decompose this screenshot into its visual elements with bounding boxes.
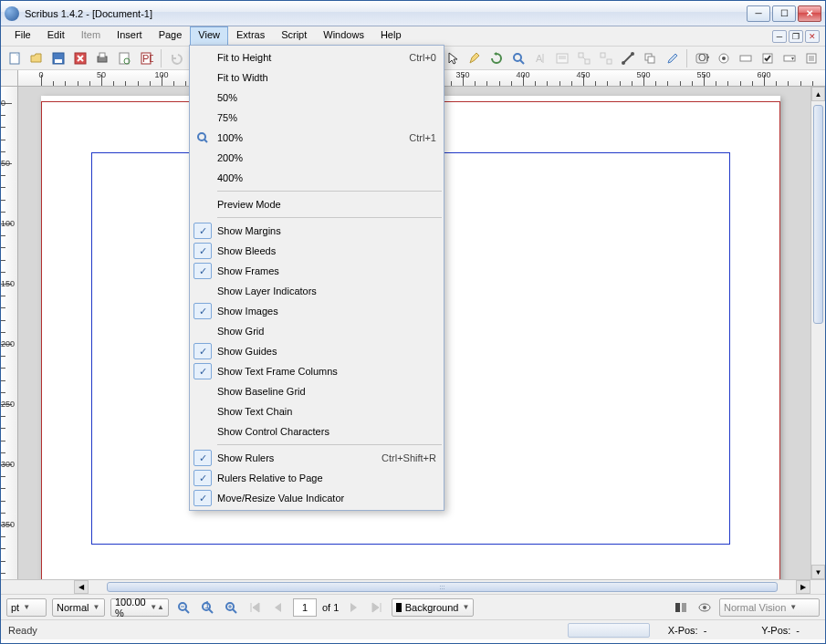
menu-fit-height[interactable]: Fit to HeightCtrl+0: [190, 47, 444, 68]
menu-separator: [217, 217, 442, 218]
menu-show-images[interactable]: ✓Show Images: [190, 301, 444, 321]
menu-zoom-50[interactable]: 50%: [190, 88, 444, 108]
first-page-icon[interactable]: [246, 598, 264, 617]
ruler-origin[interactable]: [1, 70, 18, 86]
scroll-right-button[interactable]: ▶: [796, 580, 810, 594]
minimize-button[interactable]: ─: [747, 5, 770, 22]
color-management-icon[interactable]: [672, 598, 690, 617]
checkmark-icon: ✓: [193, 303, 212, 319]
pdf-checkbox-icon[interactable]: [758, 48, 778, 68]
export-pdf-icon[interactable]: PDF: [136, 48, 156, 68]
pointer-tool-icon[interactable]: [443, 48, 463, 68]
pdf-radio-icon[interactable]: [714, 48, 734, 68]
measure-tool-icon[interactable]: [618, 48, 638, 68]
new-document-icon[interactable]: [5, 48, 25, 68]
layer-select[interactable]: Background▼: [392, 598, 474, 617]
rotate-tool-icon[interactable]: [486, 48, 507, 68]
maximize-button[interactable]: ☐: [772, 5, 796, 22]
menu-file[interactable]: File: [6, 26, 39, 46]
svg-point-22: [622, 61, 625, 65]
print-icon[interactable]: [92, 48, 112, 68]
eyedropper-tool-icon[interactable]: [662, 48, 682, 68]
menu-zoom-400[interactable]: 400%: [190, 168, 444, 188]
story-editor-icon[interactable]: [552, 48, 572, 68]
next-page-icon[interactable]: [344, 598, 362, 617]
open-icon[interactable]: [26, 48, 47, 68]
layer-value: Background: [405, 602, 459, 613]
menu-show-baseline[interactable]: Show Baseline Grid: [190, 381, 444, 401]
link-frames-icon[interactable]: [574, 48, 594, 68]
prev-page-icon[interactable]: [269, 598, 288, 617]
display-mode-value: Normal: [57, 602, 89, 613]
svg-text:1: 1: [204, 600, 210, 610]
unlink-frames-icon[interactable]: [596, 48, 616, 68]
menu-show-guides[interactable]: ✓Show Guides: [190, 341, 444, 361]
mdi-minimize[interactable]: ─: [772, 30, 787, 43]
pdf-combobox-icon[interactable]: [779, 48, 800, 68]
scroll-up-button[interactable]: ▲: [811, 87, 825, 101]
mdi-restore[interactable]: ❐: [789, 30, 803, 43]
menu-edit[interactable]: Edit: [39, 26, 73, 46]
zoom-field[interactable]: 100.00 %▼▲: [110, 598, 169, 617]
pen-tool-icon[interactable]: [465, 48, 485, 68]
visual-appearance-select[interactable]: Normal Vision▼: [719, 598, 820, 617]
scroll-left-button[interactable]: ◀: [74, 580, 89, 594]
ruler-vertical[interactable]: 050100150200250300350: [1, 87, 18, 579]
edit-text-icon[interactable]: A: [530, 48, 550, 68]
preview-mode-icon[interactable]: [695, 598, 714, 617]
scroll-down-button[interactable]: ▼: [811, 565, 825, 579]
menu-insert[interactable]: Insert: [109, 26, 151, 46]
page-number-field[interactable]: 1: [293, 598, 317, 617]
menu-show-text-columns[interactable]: ✓Show Text Frame Columns: [190, 361, 444, 381]
svg-line-44: [233, 609, 236, 613]
last-page-icon[interactable]: [368, 598, 386, 617]
menu-fit-width[interactable]: Fit to Width: [190, 68, 444, 88]
menu-move-resize-indicator[interactable]: ✓Move/Resize Value Indicator: [190, 488, 444, 508]
horizontal-scrollbar[interactable]: ◀ ::: ▶: [1, 579, 825, 594]
menu-zoom-200[interactable]: 200%: [190, 148, 444, 168]
menu-show-text-chain[interactable]: Show Text Chain: [190, 401, 444, 421]
zoom-out-icon[interactable]: [174, 598, 193, 617]
status-ready: Ready: [8, 625, 37, 636]
menu-show-rulers[interactable]: ✓Show RulersCtrl+Shift+R: [190, 448, 444, 468]
menu-show-bleeds[interactable]: ✓Show Bleeds: [190, 241, 444, 261]
close-doc-icon[interactable]: [70, 48, 90, 68]
undo-icon[interactable]: [166, 48, 186, 68]
menu-script[interactable]: Script: [273, 26, 315, 46]
svg-rect-2: [55, 59, 62, 63]
menu-item[interactable]: Item: [73, 26, 109, 46]
menu-zoom-100[interactable]: 100%Ctrl+1: [190, 128, 444, 148]
menu-rulers-relative[interactable]: ✓Rulers Relative to Page: [190, 468, 444, 488]
preflight-icon[interactable]: [114, 48, 134, 68]
menu-show-margins[interactable]: ✓Show Margins: [190, 221, 444, 241]
zoom-tool-icon[interactable]: [508, 48, 528, 68]
ypos-label: Y-Pos:: [761, 625, 790, 636]
save-icon[interactable]: [48, 48, 68, 68]
menu-windows[interactable]: Windows: [315, 26, 372, 46]
pdf-textfield-icon[interactable]: [736, 48, 756, 68]
svg-point-10: [514, 54, 521, 61]
menu-zoom-75[interactable]: 75%: [190, 108, 444, 128]
menu-show-control-chars[interactable]: Show Control Characters: [190, 421, 444, 441]
vertical-scrollbar[interactable]: ▲ ▼: [810, 87, 825, 579]
copy-properties-icon[interactable]: [640, 48, 660, 68]
menu-page[interactable]: Page: [151, 26, 191, 46]
vertical-scroll-thumb[interactable]: [813, 105, 823, 324]
pdf-button-icon[interactable]: OK: [692, 48, 712, 68]
horizontal-scroll-thumb[interactable]: :::: [107, 582, 778, 592]
display-mode-select[interactable]: Normal▼: [52, 598, 105, 617]
menu-extras[interactable]: Extras: [228, 26, 273, 46]
menu-show-grid[interactable]: Show Grid: [190, 321, 444, 341]
svg-point-23: [631, 52, 634, 56]
pdf-listbox-icon[interactable]: [801, 48, 821, 68]
menu-show-frames[interactable]: ✓Show Frames: [190, 261, 444, 281]
zoom-in-icon[interactable]: [222, 598, 240, 617]
mdi-close[interactable]: ✕: [805, 30, 820, 43]
zoom-reset-icon[interactable]: 1: [198, 598, 216, 617]
menu-show-layer-indicators[interactable]: Show Layer Indicators: [190, 281, 444, 301]
menu-view[interactable]: View: [190, 26, 228, 46]
menu-preview-mode[interactable]: Preview Mode: [190, 194, 444, 214]
close-button[interactable]: ✕: [798, 5, 821, 22]
unit-select[interactable]: pt▼: [6, 598, 47, 617]
menu-help[interactable]: Help: [372, 26, 410, 46]
